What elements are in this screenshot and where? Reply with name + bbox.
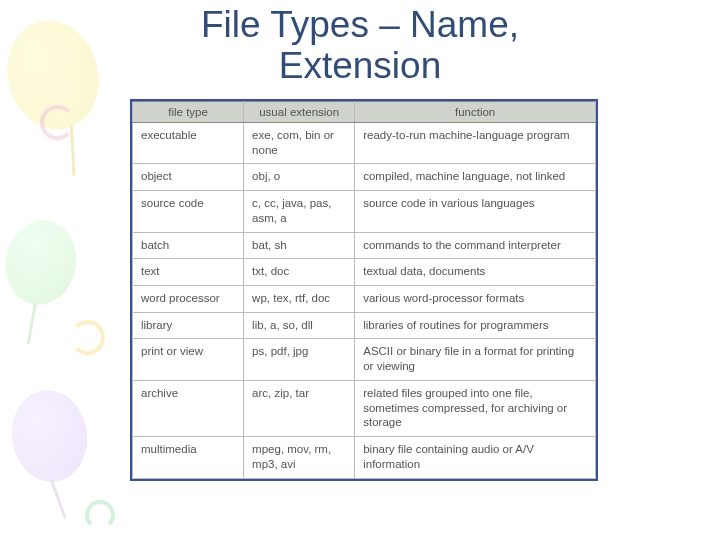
cell-extension: c, cc, java, pas, asm, a	[244, 191, 355, 232]
cell-function: ASCII or binary file in a format for pri…	[355, 339, 596, 380]
swirl-decoration	[70, 320, 105, 355]
cell-function: ready-to-run machine-language program	[355, 123, 596, 164]
cell-function: various word-processor formats	[355, 286, 596, 313]
cell-function: commands to the command interpreter	[355, 232, 596, 259]
table-row: library lib, a, so, dll libraries of rou…	[133, 312, 596, 339]
cell-file-type: print or view	[133, 339, 244, 380]
swirl-decoration	[85, 500, 115, 530]
table-row: batch bat, sh commands to the command in…	[133, 232, 596, 259]
title-line1: File Types – Name,	[201, 4, 519, 45]
header-file-type: file type	[133, 102, 244, 123]
page-title: File Types – Name, Extension	[0, 4, 720, 87]
table-header-row: file type usual extension function	[133, 102, 596, 123]
balloon-decoration	[0, 215, 83, 311]
cell-extension: ps, pdf, jpg	[244, 339, 355, 380]
cell-extension: bat, sh	[244, 232, 355, 259]
cell-file-type: word processor	[133, 286, 244, 313]
cell-file-type: object	[133, 164, 244, 191]
cell-function: related files grouped into one file, som…	[355, 380, 596, 436]
cell-extension: arc, zip, tar	[244, 380, 355, 436]
cell-function: source code in various languages	[355, 191, 596, 232]
cell-file-type: text	[133, 259, 244, 286]
swirl-decoration	[40, 105, 75, 140]
cell-file-type: batch	[133, 232, 244, 259]
cell-file-type: archive	[133, 380, 244, 436]
cell-function: textual data, documents	[355, 259, 596, 286]
cell-extension: wp, tex, rtf, doc	[244, 286, 355, 313]
cell-file-type: executable	[133, 123, 244, 164]
cell-extension: mpeg, mov, rm, mp3, avi	[244, 437, 355, 478]
cell-extension: lib, a, so, dll	[244, 312, 355, 339]
cell-function: compiled, machine language, not linked	[355, 164, 596, 191]
table-row: word processor wp, tex, rtf, doc various…	[133, 286, 596, 313]
title-line2: Extension	[279, 45, 442, 86]
balloon-decoration	[6, 385, 93, 487]
cell-function: libraries of routines for programmers	[355, 312, 596, 339]
cell-extension: exe, com, bin or none	[244, 123, 355, 164]
table-row: multimedia mpeg, mov, rm, mp3, avi binar…	[133, 437, 596, 478]
cell-extension: obj, o	[244, 164, 355, 191]
cell-extension: txt, doc	[244, 259, 355, 286]
table-row: text txt, doc textual data, documents	[133, 259, 596, 286]
cell-file-type: multimedia	[133, 437, 244, 478]
cell-file-type: library	[133, 312, 244, 339]
header-usual-extension: usual extension	[244, 102, 355, 123]
cell-file-type: source code	[133, 191, 244, 232]
table-row: archive arc, zip, tar related files grou…	[133, 380, 596, 436]
cell-function: binary file containing audio or A/V info…	[355, 437, 596, 478]
header-function: function	[355, 102, 596, 123]
table-row: object obj, o compiled, machine language…	[133, 164, 596, 191]
table-row: executable exe, com, bin or none ready-t…	[133, 123, 596, 164]
file-types-table: file type usual extension function execu…	[132, 101, 596, 479]
file-types-table-container: file type usual extension function execu…	[130, 99, 598, 481]
table-row: print or view ps, pdf, jpg ASCII or bina…	[133, 339, 596, 380]
table-row: source code c, cc, java, pas, asm, a sou…	[133, 191, 596, 232]
